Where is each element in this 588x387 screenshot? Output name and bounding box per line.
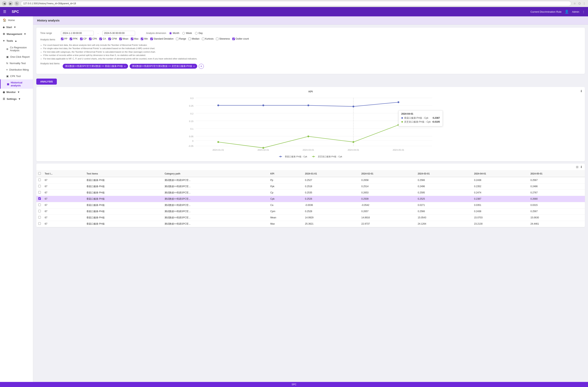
checkbox-max-input[interactable]	[131, 38, 133, 40]
checkbox-kurtosis-input[interactable]	[202, 38, 204, 40]
grid-view-icon[interactable]: ⊞	[576, 165, 578, 169]
sidebar-item-historical[interactable]: ▣ Historical analysis	[0, 79, 33, 89]
download-icon[interactable]: ⬇	[580, 89, 583, 93]
checkbox-pp[interactable]: PP	[61, 38, 67, 40]
row-checkbox-cell[interactable]	[36, 177, 43, 183]
tag-2-close[interactable]: ×	[193, 65, 195, 68]
sidebar-monitor-label: Monitor	[6, 91, 16, 94]
settings-icon[interactable]: ⋮	[582, 10, 585, 13]
checkbox-median[interactable]: Median	[189, 38, 199, 40]
row-checkbox[interactable]	[38, 204, 41, 206]
row-checkbox-cell[interactable]	[36, 208, 43, 214]
radio-week-input[interactable]	[182, 32, 185, 35]
checkbox-cpk-input[interactable]	[89, 38, 92, 40]
col-2024-02: 2024-02-01	[359, 171, 416, 177]
checkbox-ppk[interactable]: PPK	[70, 38, 78, 40]
row-checkbox-cell[interactable]	[36, 190, 43, 196]
row-checkbox[interactable]	[38, 210, 41, 212]
checkbox-stddev[interactable]: Standard Deviation	[150, 38, 173, 40]
sidebar-item-tools[interactable]: ✦ Tools ▲	[0, 38, 33, 44]
legend-series2: 灵芝皇口服液-PH值 - Cpk	[312, 155, 342, 158]
sidebar-item-management[interactable]: ⚙ Management ▼	[0, 31, 33, 38]
sidebar-item-monitor[interactable]: ◉ Monitor ▼	[0, 89, 33, 96]
menu-icon[interactable]: ⋮	[582, 1, 586, 5]
add-tag-button[interactable]: +	[199, 64, 204, 69]
checkbox-mean[interactable]: Mean	[119, 38, 128, 40]
cell-category: 测试数据>>简易SPC官...	[163, 196, 268, 202]
checkbox-cpm[interactable]: CPM	[108, 38, 117, 40]
date-end-input[interactable]	[102, 31, 135, 36]
row-checkbox-cell[interactable]	[36, 214, 43, 221]
cell-v4: 0.2352	[472, 183, 528, 190]
sidebar-item-start[interactable]: ◈ Start ▼	[0, 24, 33, 31]
row-checkbox[interactable]	[38, 185, 41, 187]
sidebar-item-normality[interactable]: N Normality Test	[0, 60, 33, 66]
sidebar-item-cpk[interactable]: ▣ CPK Tool	[0, 73, 33, 79]
checkbox-cp-input[interactable]	[80, 38, 83, 40]
checkbox-pp-input[interactable]	[61, 38, 63, 40]
analysis-button[interactable]: ANALYSIS	[36, 78, 57, 85]
hamburger-icon[interactable]: ☰	[3, 10, 9, 14]
page-content: Time range - Analysis dimension Month We…	[33, 25, 588, 230]
download-table-icon[interactable]: ⬇	[580, 165, 583, 169]
date-start-input[interactable]	[61, 31, 94, 36]
cell-v2: 0.2657	[359, 208, 416, 214]
row-checkbox[interactable]	[38, 197, 41, 200]
radio-month-input[interactable]	[169, 32, 172, 35]
cell-v1: 0.2527	[303, 177, 359, 183]
sidebar-item-regression[interactable]: ⊕ Co Regression Analysis	[0, 44, 33, 54]
radio-day[interactable]: Day	[195, 32, 203, 35]
refresh-button[interactable]: ↻	[14, 1, 19, 6]
radio-month[interactable]: Month	[169, 32, 179, 35]
extension-icon[interactable]: ⬡	[577, 1, 581, 5]
tag-1-close[interactable]: ×	[124, 65, 126, 68]
radio-week-label: Week	[186, 32, 192, 35]
checkbox-range[interactable]: Range	[176, 38, 186, 40]
row-checkbox[interactable]	[38, 216, 41, 219]
checkbox-mean-input[interactable]	[119, 38, 122, 40]
forward-button[interactable]: ▶	[8, 1, 13, 6]
header-checkbox-cell[interactable]	[36, 171, 43, 177]
checkbox-median-input[interactable]	[189, 38, 191, 40]
checkbox-kurtosis[interactable]: Kurtosis	[202, 38, 213, 40]
legend-series1-label: 香菇口服液-PH值 - Cpk	[285, 155, 307, 158]
row-checkbox[interactable]	[38, 179, 41, 181]
checkbox-max[interactable]: Max	[131, 38, 139, 40]
checkbox-cpk[interactable]: CPK	[89, 38, 97, 40]
row-checkbox-cell[interactable]	[36, 183, 43, 190]
checkbox-range-input[interactable]	[176, 38, 178, 40]
cell-id: 67	[43, 196, 84, 202]
row-checkbox[interactable]	[38, 222, 41, 225]
checkbox-min-input[interactable]	[141, 38, 143, 40]
admin-label[interactable]: Admin	[572, 10, 579, 13]
radio-week[interactable]: Week	[182, 32, 192, 35]
radio-day-input[interactable]	[195, 32, 198, 35]
checkbox-ppk-input[interactable]	[70, 38, 72, 40]
select-all-checkbox[interactable]	[38, 172, 41, 175]
cell-v4: 15.0703	[472, 214, 528, 221]
row-checkbox-cell[interactable]	[36, 221, 43, 227]
svg-text:0.15: 0.15	[189, 120, 193, 122]
sidebar-item-distribution[interactable]: ≡ Distribution fitting	[0, 66, 33, 73]
sidebar-item-home[interactable]: 🏠 Home	[0, 16, 33, 24]
row-checkbox[interactable]	[38, 191, 41, 194]
row-checkbox-cell[interactable]	[36, 196, 43, 202]
checkbox-skewness-input[interactable]	[216, 38, 218, 40]
checkbox-skewness[interactable]: Skewness	[216, 38, 230, 40]
checkbox-stddev-input[interactable]	[150, 38, 153, 40]
checkbox-ca-input[interactable]	[99, 38, 102, 40]
sidebar-item-settings[interactable]: ☰ Settings ▼	[0, 96, 33, 102]
url-bar[interactable]	[21, 1, 571, 6]
checkbox-cpm-input[interactable]	[108, 38, 111, 40]
row-checkbox-cell[interactable]	[36, 202, 43, 208]
bookmark-icon[interactable]: ☆	[573, 1, 577, 5]
info-list: For count-based test data, the above ana…	[43, 44, 581, 60]
checkbox-cp[interactable]: CP	[80, 38, 87, 40]
checkbox-min[interactable]: Min	[141, 38, 148, 40]
back-button[interactable]: ◀	[2, 1, 7, 6]
sidebar-item-report[interactable]: ▣ One-Click Report	[0, 54, 33, 60]
checkbox-outlier-input[interactable]	[232, 38, 235, 40]
checkbox-ca[interactable]: CA	[99, 38, 106, 40]
sidebar-report-label: One-Click Report	[10, 55, 30, 58]
checkbox-outlier[interactable]: Outlier count	[232, 38, 249, 40]
